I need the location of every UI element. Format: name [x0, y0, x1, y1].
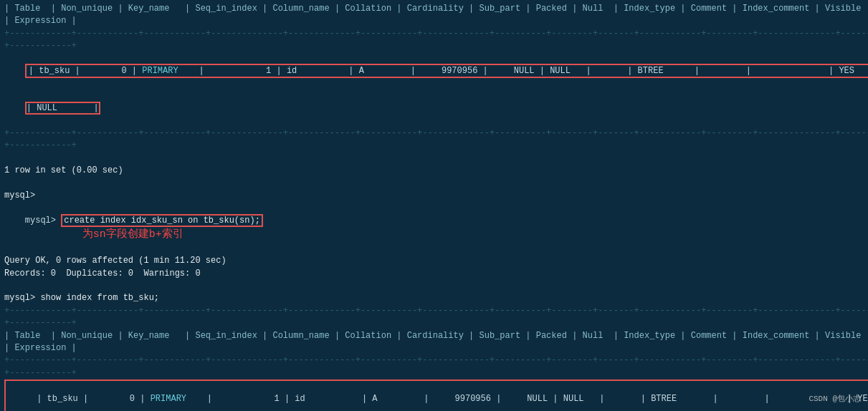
- annotation-text: 为sn字段创建b+索引: [82, 228, 183, 241]
- table-header-line-1: | Table | Non_unique | Key_name | Seq_in…: [4, 3, 864, 15]
- sep-line-4: +------------+------------+------------+…: [4, 354, 864, 367]
- sep-line-1b: +------------+: [4, 40, 864, 52]
- query-ok-line: Query OK, 0 rows affected (1 min 11.20 s…: [4, 255, 864, 267]
- prompt-1: mysql>: [4, 190, 864, 202]
- sep-line-2b: +------------+: [4, 140, 864, 152]
- data-row-1: | tb_sku | 0 | PRIMARY | 1 | id | A | 99…: [4, 53, 864, 90]
- show-index-line: mysql> show index from tb_sku;: [4, 292, 864, 304]
- sep-line-1: +------------+------------+------------+…: [4, 28, 864, 40]
- table-header-expr-2: | Expression |: [4, 342, 864, 354]
- table-header-expr-1: | Expression |: [4, 15, 864, 27]
- blank-2: [4, 177, 864, 189]
- data-row-2a: | tb_sku | 0 | PRIMARY | 1 | id | A | 99…: [6, 381, 868, 411]
- rows-highlight-box: | tb_sku | 0 | PRIMARY | 1 | id | A | 99…: [4, 379, 868, 411]
- terminal-window: | Table | Non_unique | Key_name | Seq_in…: [0, 0, 868, 411]
- csdn-watermark: CSDN @包小志: [809, 393, 861, 404]
- result-line-1: 1 row in set (0.00 sec): [4, 165, 864, 177]
- records-line: Records: 0 Duplicates: 0 Warnings: 0: [4, 268, 864, 280]
- sep-line-3b: +------------+: [4, 317, 864, 329]
- sep-line-4b: +------------+: [4, 367, 864, 379]
- sep-line-3: +------------+------------+------------+…: [4, 305, 864, 317]
- create-index-line: mysql> create index idx_sku_sn on tb_sku…: [4, 202, 864, 255]
- create-index-command: create index idx_sku_sn on tb_sku(sn);: [61, 214, 263, 227]
- blank-1: [4, 153, 864, 165]
- sep-line-2: +------------+------------+------------+…: [4, 127, 864, 140]
- data-row-1b: | NULL |: [4, 90, 864, 127]
- row-highlight-1: | tb_sku | 0 | PRIMARY | 1 | id | A | 99…: [25, 64, 868, 78]
- table-header-line-2: | Table | Non_unique | Key_name | Seq_in…: [4, 330, 864, 342]
- blank-3: [4, 280, 864, 292]
